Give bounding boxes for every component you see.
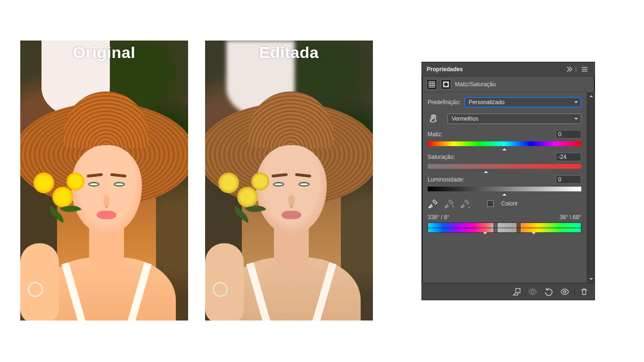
range-inner-right[interactable] <box>517 223 520 232</box>
lightness-slider[interactable] <box>428 187 581 191</box>
photo-comparison: Original Editada <box>20 41 373 321</box>
clip-to-layer-icon[interactable] <box>509 286 524 298</box>
hue-input[interactable] <box>556 130 581 139</box>
panel-footer <box>422 283 594 300</box>
svg-rect-0 <box>429 82 435 87</box>
scroll-down-icon[interactable] <box>587 275 595 283</box>
preset-value: Personalizado <box>469 99 504 106</box>
saturation-slider-block: Saturação: <box>428 153 581 169</box>
lightness-thumb[interactable] <box>502 191 507 196</box>
preset-select[interactable]: Personalizado <box>464 97 581 107</box>
svg-point-5 <box>564 290 566 293</box>
hue-slider-block: Matiz: <box>428 130 581 146</box>
svg-point-4 <box>531 290 534 293</box>
panel-title: Propriedades <box>427 66 463 73</box>
presets-icon[interactable] <box>427 79 437 90</box>
range-right: 38° \ 68° <box>560 214 581 221</box>
saturation-thumb[interactable] <box>484 168 488 173</box>
eyedropper-icon[interactable] <box>428 198 439 209</box>
adjustment-name: Matiz/Saturação <box>455 81 496 88</box>
view-previous-icon[interactable] <box>525 286 540 298</box>
trash-icon[interactable] <box>577 286 592 298</box>
range-inner-left[interactable] <box>494 223 497 232</box>
scroll-up-icon[interactable] <box>587 92 595 100</box>
range-outer-right[interactable] <box>532 223 536 232</box>
range-outer-left[interactable] <box>483 223 487 232</box>
range-left: 338° / 8° <box>428 214 449 221</box>
eyedropper-row: Colorir <box>428 198 581 209</box>
panel-header: Propriedades | <box>422 62 594 76</box>
lightness-label: Luminosidade: <box>428 176 464 183</box>
chevron-down-icon <box>574 101 578 105</box>
chevrons-right-icon[interactable] <box>564 64 574 74</box>
channel-value: Vermelhos <box>452 115 479 122</box>
svg-point-2 <box>444 82 448 86</box>
eyedropper-plus-icon[interactable] <box>444 198 455 209</box>
lightness-slider-block: Luminosidade: <box>428 175 581 191</box>
chevron-down-icon <box>574 118 578 122</box>
photo-edited: Editada <box>205 41 373 321</box>
hue-range-labels: 338° / 8° 38° \ 68° <box>428 214 581 221</box>
reset-icon[interactable] <box>541 286 556 298</box>
panel-body: Predefinição: Personalizado Vermelhos <box>422 92 587 283</box>
adjustment-row: Matiz/Saturação <box>422 76 594 92</box>
hue-range-strip[interactable] <box>428 222 581 233</box>
saturation-slider[interactable] <box>428 164 581 169</box>
visibility-icon[interactable] <box>557 286 572 298</box>
menu-icon[interactable] <box>579 64 590 74</box>
svg-rect-3 <box>516 288 520 293</box>
photo-original: Original <box>20 41 188 321</box>
properties-panel: Propriedades | Matiz/Saturação <box>421 62 595 300</box>
colorize-label: Colorir <box>501 200 518 207</box>
hue-thumb[interactable] <box>502 146 507 150</box>
colorize-checkbox[interactable] <box>487 200 494 207</box>
hue-slider[interactable] <box>428 141 581 146</box>
hue-label: Matiz: <box>428 131 443 138</box>
photo-original-label: Original <box>20 44 188 60</box>
scrubby-hand-icon[interactable] <box>428 113 439 124</box>
preset-label: Predefinição: <box>428 99 461 106</box>
panel-scrollbar[interactable] <box>587 92 594 283</box>
saturation-label: Saturação: <box>428 154 455 160</box>
layer-mask-icon[interactable] <box>441 79 451 90</box>
lightness-input[interactable] <box>556 175 581 184</box>
photo-edited-label: Editada <box>205 44 373 60</box>
channel-select[interactable]: Vermelhos <box>447 114 581 124</box>
saturation-input[interactable] <box>556 153 581 161</box>
eyedropper-minus-icon[interactable] <box>460 198 471 209</box>
